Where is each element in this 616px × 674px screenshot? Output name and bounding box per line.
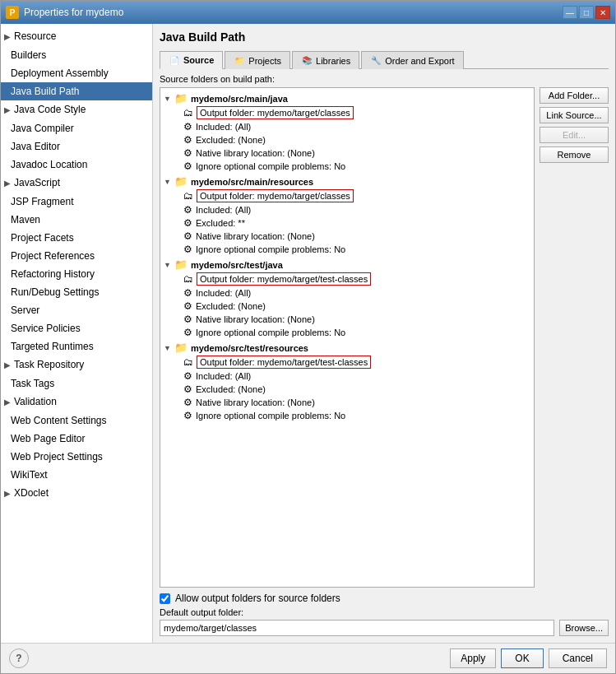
tree-item: ⚙Excluded: (None) (183, 383, 530, 396)
tree-expand-icon: ▼ (164, 261, 171, 269)
tab-label: Libraries (316, 56, 350, 66)
tree-item: 🗂Output folder: mydemo/target/test-class… (183, 272, 530, 286)
tree-item-text: Native library location: (None) (196, 397, 315, 407)
ok-button[interactable]: OK (501, 648, 543, 668)
add-folder-button[interactable]: Add Folder... (540, 87, 609, 104)
tree-children: 🗂Output folder: mydemo/target/test-class… (183, 272, 530, 339)
sidebar-item-run-debug-settings[interactable]: Run/Debug Settings (1, 283, 152, 301)
sidebar-item-label: Project Facets (11, 232, 74, 244)
tree-item-icon: 🗂 (183, 190, 193, 202)
sidebar-item-label: Server (11, 304, 39, 316)
sidebar-item-refactoring-history[interactable]: Refactoring History (1, 265, 152, 283)
tree-item-icon: 🗂 (183, 356, 193, 368)
tree-folder[interactable]: ▼📁mydemo/src/main/resources (164, 174, 530, 188)
tree-item-icon: ⚙ (183, 147, 192, 159)
sidebar-item-server[interactable]: Server (1, 301, 152, 319)
sidebar-item-jsp-fragment[interactable]: JSP Fragment (1, 193, 152, 211)
tree-item-icon: ⚙ (183, 204, 192, 216)
folder-icon: 📁 (174, 342, 188, 354)
tree-item-icon: ⚙ (183, 300, 192, 312)
allow-output-label: Allow output folders for source folders (175, 593, 340, 604)
tree-item: 🗂Output folder: mydemo/target/test-class… (183, 355, 530, 370)
footer-right: Apply OK Cancel (450, 648, 607, 668)
sidebar-item-task-repository[interactable]: ▶ Task Repository (1, 356, 152, 374)
sidebar-item-maven[interactable]: Maven (1, 211, 152, 229)
tab-order-export[interactable]: 🔧Order and Export (361, 51, 463, 69)
sidebar-item-targeted-runtimes[interactable]: Targeted Runtimes (1, 337, 152, 356)
tree-folder[interactable]: ▼📁mydemo/src/main/java (164, 91, 530, 105)
expand-arrow-icon: ▶ (4, 395, 12, 410)
tab-projects[interactable]: 📁Projects (225, 51, 290, 69)
sidebar-item-service-policies[interactable]: Service Policies (1, 319, 152, 337)
tree-item: ⚙Ignore optional compile problems: No (183, 409, 530, 422)
tree-item-icon: ⚙ (183, 397, 192, 408)
sidebar-item-java-code-style[interactable]: ▶ Java Code Style (1, 100, 152, 119)
output-folder-box[interactable]: Output folder: mydemo/target/classes (197, 106, 354, 119)
maximize-button[interactable]: □ (579, 6, 594, 19)
tree-folder[interactable]: ▼📁mydemo/src/test/java (164, 258, 530, 272)
sidebar-item-web-project-settings[interactable]: Web Project Settings (1, 448, 152, 466)
apply-button[interactable]: Apply (450, 648, 496, 668)
sidebar-item-javascript[interactable]: ▶ JavaScript (1, 174, 152, 193)
remove-button[interactable]: Remove (540, 146, 609, 163)
sidebar-item-deployment-assembly[interactable]: Deployment Assembly (1, 64, 152, 82)
browse-button[interactable]: Browse... (559, 620, 609, 636)
sidebar-item-label: Validation (14, 396, 57, 407)
tree-item-text: Ignore optional compile problems: No (196, 161, 345, 171)
tree-item-text: Included: (All) (196, 288, 251, 298)
sidebar-item-task-tags[interactable]: Task Tags (1, 374, 152, 393)
folder-label: mydemo/src/test/java (191, 260, 283, 270)
tree-item: ⚙Included: (All) (183, 370, 530, 383)
sidebar-item-label: Maven (11, 214, 40, 225)
tab-libraries[interactable]: 📚Libraries (292, 51, 359, 69)
help-button[interactable]: ? (9, 648, 29, 668)
tree-item: ⚙Excluded: ** (183, 216, 530, 230)
sidebar-item-java-compiler[interactable]: Java Compiler (1, 119, 152, 137)
tree-children: 🗂Output folder: mydemo/target/classes⚙In… (183, 188, 530, 256)
output-folder-box[interactable]: Output folder: mydemo/target/test-classe… (197, 356, 371, 369)
tree-item: ⚙Ignore optional compile problems: No (183, 160, 530, 173)
cancel-button[interactable]: Cancel (549, 648, 607, 668)
titlebar: P Properties for mydemo — □ ✕ (1, 1, 615, 24)
tree-item-text: Ignore optional compile problems: No (196, 328, 345, 337)
sidebar-item-project-references[interactable]: Project References (1, 247, 152, 265)
tree-item: ⚙Native library location: (None) (183, 313, 530, 326)
tab-source[interactable]: 📄Source (160, 51, 223, 69)
minimize-button[interactable]: — (563, 6, 577, 19)
sidebar-item-label: Java Code Style (14, 104, 86, 115)
tree-folder[interactable]: ▼📁mydemo/src/test/resources (164, 341, 530, 355)
tree-item: 🗂Output folder: mydemo/target/classes (183, 188, 530, 203)
dialog-content: ▶ ResourceBuildersDeployment AssemblyJav… (1, 24, 615, 643)
tree-item-text: Excluded: (None) (196, 301, 266, 311)
output-folder-box[interactable]: Output folder: mydemo/target/test-classe… (197, 272, 371, 286)
sidebar-item-wikitext[interactable]: WikiText (1, 466, 152, 484)
edit-button[interactable]: Edit... (540, 127, 609, 143)
sidebar-item-project-facets[interactable]: Project Facets (1, 229, 152, 247)
expand-arrow-icon: ▶ (4, 486, 12, 501)
order-export-tab-icon: 🔧 (370, 55, 382, 67)
sidebar-item-label: Web Page Editor (11, 433, 86, 444)
tree-item: ⚙Ignore optional compile problems: No (183, 326, 530, 339)
sidebar-item-builders[interactable]: Builders (1, 46, 152, 64)
sidebar-item-label: JavaScript (14, 177, 60, 188)
sidebar-item-javadoc-location[interactable]: Javadoc Location (1, 156, 152, 174)
close-button[interactable]: ✕ (595, 6, 610, 19)
sidebar-item-label: Javadoc Location (11, 159, 87, 170)
properties-dialog: P Properties for mydemo — □ ✕ ▶ Resource… (0, 0, 616, 674)
sidebar-item-resource[interactable]: ▶ Resource (1, 27, 152, 46)
allow-output-checkbox[interactable] (160, 593, 170, 604)
tree-item-icon: ⚙ (183, 230, 192, 242)
sidebar-item-java-build-path[interactable]: Java Build Path (1, 82, 152, 100)
tree-item-text: Native library location: (None) (196, 148, 315, 158)
sidebar-item-web-page-editor[interactable]: Web Page Editor (1, 430, 152, 448)
sidebar-item-xdoclet[interactable]: ▶ XDoclet (1, 484, 152, 503)
sidebar-item-web-content-settings[interactable]: Web Content Settings (1, 411, 152, 430)
expand-arrow-icon: ▶ (4, 176, 12, 191)
default-output-input[interactable] (160, 620, 554, 636)
sidebar-item-validation[interactable]: ▶ Validation (1, 393, 152, 411)
link-source-button[interactable]: Link Source... (540, 107, 609, 123)
titlebar-left: P Properties for mydemo (6, 6, 123, 19)
tree-item-text: Excluded: (None) (196, 384, 266, 394)
output-folder-box[interactable]: Output folder: mydemo/target/classes (197, 189, 354, 202)
sidebar-item-java-editor[interactable]: Java Editor (1, 137, 152, 156)
